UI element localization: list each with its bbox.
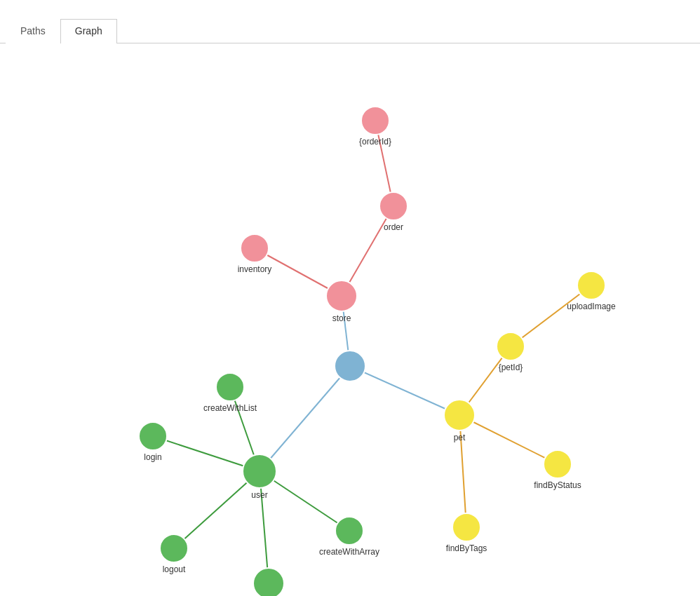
graph-label-createWithList: createWithList bbox=[203, 403, 257, 413]
tab-bar: Paths Graph bbox=[0, 0, 700, 43]
graph-node-findByTags[interactable] bbox=[452, 513, 480, 541]
graph-node-logout[interactable] bbox=[160, 534, 188, 562]
graph-node-createWithList[interactable] bbox=[216, 373, 244, 401]
tabs-container: Paths Graph bbox=[0, 0, 700, 43]
graph-label-inventory: inventory bbox=[238, 264, 272, 274]
graph-edge bbox=[459, 415, 558, 464]
graph-label-store: store bbox=[332, 313, 351, 323]
graph-svg: {orderId}orderstoreinventorypet{petId}up… bbox=[0, 43, 700, 596]
tab-paths[interactable]: Paths bbox=[6, 19, 60, 43]
graph-node-store[interactable] bbox=[326, 280, 357, 311]
graph-node-petId[interactable] bbox=[497, 332, 525, 360]
graph-node-login[interactable] bbox=[139, 422, 167, 450]
graph-label-user: user bbox=[251, 490, 267, 500]
graph-label-findByStatus: findByStatus bbox=[534, 480, 581, 490]
graph-label-logout: logout bbox=[163, 564, 186, 574]
graph-label-uploadImage: uploadImage bbox=[567, 302, 616, 311]
graph-node-uploadImage[interactable] bbox=[577, 271, 605, 299]
graph-label-login: login bbox=[144, 452, 161, 462]
graph-edge bbox=[459, 415, 466, 527]
graph-label-findByTags: findByTags bbox=[446, 543, 487, 553]
graph-container: {orderId}orderstoreinventorypet{petId}up… bbox=[0, 43, 700, 596]
graph-node-createWithArray[interactable] bbox=[335, 517, 363, 545]
graph-node-pet[interactable] bbox=[444, 400, 475, 431]
graph-label-pet: pet bbox=[454, 433, 466, 442]
graph-node-findByStatus[interactable] bbox=[544, 450, 572, 478]
graph-node-username[interactable] bbox=[253, 568, 284, 596]
graph-node-root[interactable] bbox=[335, 351, 365, 381]
graph-label-order: order bbox=[384, 222, 403, 232]
graph-edge bbox=[350, 366, 459, 415]
graph-label-petId: {petId} bbox=[499, 363, 523, 372]
graph-node-user[interactable] bbox=[243, 454, 276, 488]
graph-node-inventory[interactable] bbox=[241, 234, 269, 262]
graph-edge bbox=[260, 366, 350, 471]
graph-node-order[interactable] bbox=[379, 192, 408, 220]
graph-edge bbox=[511, 285, 591, 346]
graph-node-orderId[interactable] bbox=[361, 107, 389, 135]
graph-label-createWithArray: createWithArray bbox=[319, 547, 379, 557]
tab-graph[interactable]: Graph bbox=[60, 19, 117, 43]
graph-label-orderId: {orderId} bbox=[359, 137, 391, 147]
